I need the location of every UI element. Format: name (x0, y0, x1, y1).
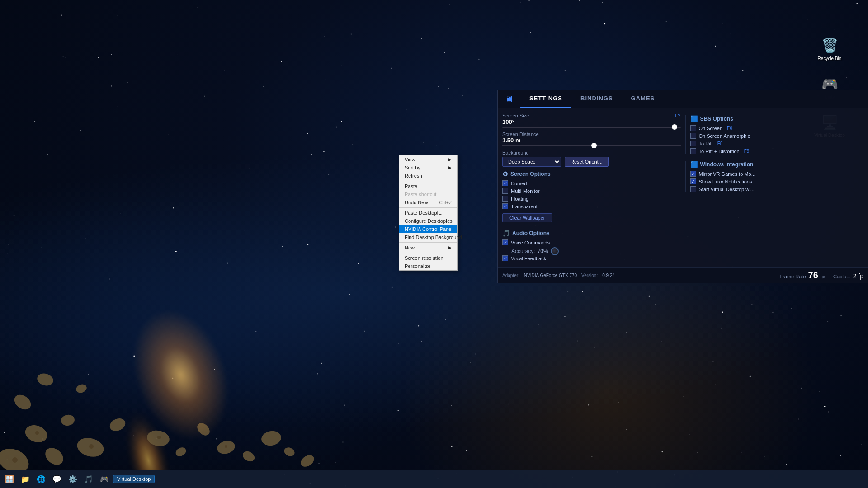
ctx-find-background-label: Find Desktop Background (405, 235, 462, 240)
taskbar: 🪟 📁 🌐 💬 ⚙️ 🎵 🎮 Virtual Desktop (0, 470, 868, 488)
voice-commands-label: Voice Commands (511, 240, 550, 245)
audio-options-header: 🎵 Audio Options (502, 230, 681, 237)
ctx-screen-resolution[interactable]: Screen resolution (399, 254, 457, 262)
taskbar-browser[interactable]: 🌐 (34, 472, 48, 486)
ctx-undo-shortcut: Ctrl+Z (439, 200, 452, 205)
accuracy-row: Accuracy: 70% (502, 247, 681, 255)
screen-size-slider-container (502, 127, 681, 128)
recycle-bin-icon: 🗑️ (821, 36, 839, 54)
panel-icon: 🖥 (498, 90, 520, 108)
screen-size-label: Screen Size (502, 113, 529, 118)
fps-value: 76 (808, 270, 818, 281)
option-multi-monitor: Multi-Monitor (502, 188, 681, 194)
ctx-sep-2 (399, 207, 457, 208)
ctx-undo-new[interactable]: Undo New Ctrl+Z (399, 198, 457, 206)
ctx-undo-new-label: Undo New (405, 200, 428, 205)
show-error-label: Show Error Notifications (699, 179, 752, 184)
fps-frame-label: Frame Rate (779, 274, 806, 279)
to-rift-distortion-checkbox[interactable] (690, 148, 696, 154)
ctx-paste[interactable]: Paste (399, 182, 457, 190)
screen-distance-row: Screen Distance 1.50 m (502, 131, 681, 146)
fps-label: fps (821, 274, 826, 279)
clear-wallpaper-button[interactable]: Clear Wallpaper (502, 213, 552, 222)
screen-distance-slider-thumb[interactable] (591, 143, 597, 148)
show-error-checkbox[interactable]: ✓ (690, 178, 696, 184)
audio-icon: 🎵 (502, 230, 510, 237)
option-vocal-feedback: ✓ Vocal Feedback (502, 255, 681, 261)
adapter-value: NVIDIA GeForce GTX 770 (524, 273, 577, 278)
unity-icon: 🎮 (821, 75, 839, 93)
taskbar-media[interactable]: 🎵 (81, 472, 96, 486)
voice-commands-checkbox[interactable]: ✓ (502, 239, 508, 245)
sbs-options-section: 🟦 SBS Options On Screen F6 On Screen Ana… (685, 115, 864, 154)
panel-main-content: Screen Size F2 100° Screen Distance 1.50… (498, 108, 868, 267)
desktop-icon-recycle-bin[interactable]: 🗑️ Recycle Bin (814, 36, 845, 61)
screen-size-value: 100° (502, 118, 681, 125)
tab-settings[interactable]: SETTINGS (520, 90, 571, 108)
on-screen-anamorphic-checkbox[interactable] (690, 133, 696, 139)
sbs-options-header: 🟦 SBS Options (690, 115, 864, 122)
version-label: Version: (581, 273, 598, 278)
ctx-nvidia-control-panel[interactable]: NVIDIA Control Panel (399, 225, 457, 233)
to-rift-shortcut: F8 (717, 141, 723, 146)
ctx-view[interactable]: View ▶ (399, 155, 457, 164)
on-screen-shortcut: F6 (727, 126, 732, 131)
ctx-paste-desktopie[interactable]: Paste DesktopIE (399, 209, 457, 217)
screen-options-icon: ⚙ (502, 170, 508, 178)
taskbar-chat[interactable]: 💬 (50, 472, 64, 486)
ctx-refresh[interactable]: Refresh (399, 172, 457, 180)
reset-orient-button[interactable]: Reset Orient... (565, 157, 609, 167)
fps-row: Frame Rate 76 fps Captu... 2 fp (779, 270, 863, 281)
adapter-label: Adapter: (502, 273, 519, 278)
ctx-nvidia-label: NVIDIA Control Panel (405, 226, 453, 232)
panel-tabs: 🖥 SETTINGS BINDINGS GAMES (498, 90, 868, 108)
accuracy-knob[interactable] (551, 247, 559, 255)
ctx-screen-resolution-label: Screen resolution (405, 255, 443, 261)
windows-integration-header: 🟦 Windows Integration (690, 161, 864, 168)
tab-bindings[interactable]: BINDINGS (571, 90, 622, 108)
sbs-icon: 🟦 (690, 115, 698, 122)
taskbar-start[interactable]: 🪟 (2, 472, 17, 486)
on-screen-checkbox[interactable] (690, 125, 696, 131)
ctx-paste-desktopie-label: Paste DesktopIE (405, 210, 442, 216)
on-screen-anamorphic-label: On Screen Anamorphic (699, 133, 750, 139)
ctx-personalize[interactable]: Personalize (399, 262, 457, 270)
screen-distance-slider-container (502, 145, 681, 146)
mirror-vr-checkbox[interactable]: ✓ (690, 171, 696, 177)
start-virtual-checkbox[interactable] (690, 186, 696, 192)
ctx-new[interactable]: New ▶ (399, 244, 457, 252)
option-to-rift: To Rift F8 (690, 141, 864, 146)
background-select[interactable]: Deep Space (502, 157, 561, 167)
windows-integration-label: Windows Integration (700, 161, 754, 168)
tab-games[interactable]: GAMES (622, 90, 664, 108)
option-start-virtual: Start Virtual Desktop wi... (690, 186, 864, 192)
option-curved: ✓ Curved (502, 180, 681, 186)
mirror-vr-label: Mirror VR Games to Mo... (699, 171, 755, 177)
ctx-sort-by-label: Sort by (405, 165, 420, 170)
transparent-checkbox[interactable]: ✓ (502, 203, 508, 209)
ctx-configure-desktopies[interactable]: Configure DesktopIes (399, 217, 457, 225)
ctx-new-label: New (405, 245, 415, 250)
accuracy-value: 70% (538, 248, 548, 254)
option-on-screen-anamorphic: On Screen Anamorphic (690, 133, 864, 139)
taskbar-file-explorer[interactable]: 📁 (18, 472, 33, 486)
panel-bottom-bar: Adapter: NVIDIA GeForce GTX 770 Version:… (498, 267, 868, 283)
taskbar-settings-icon[interactable]: ⚙️ (66, 472, 80, 486)
curved-checkbox[interactable]: ✓ (502, 180, 508, 186)
screen-size-slider-thumb[interactable] (672, 124, 677, 130)
ctx-sort-by[interactable]: Sort by ▶ (399, 164, 457, 172)
capture-value: 2 fp (853, 272, 863, 280)
taskbar-active-virtual-desktop[interactable]: Virtual Desktop (113, 475, 155, 483)
vocal-feedback-checkbox[interactable]: ✓ (502, 255, 508, 261)
to-rift-distortion-label: To Rift + Distortion (699, 149, 740, 154)
ctx-refresh-label: Refresh (405, 173, 422, 178)
floating-checkbox[interactable] (502, 196, 508, 202)
start-virtual-label: Start Virtual Desktop wi... (699, 187, 755, 192)
to-rift-checkbox[interactable] (690, 141, 696, 146)
taskbar-game[interactable]: 🎮 (97, 472, 112, 486)
ctx-sep-4 (399, 253, 457, 253)
vr-panel: 🖥 SETTINGS BINDINGS GAMES Screen Size F2… (497, 90, 868, 283)
multi-monitor-checkbox[interactable] (502, 188, 508, 194)
audio-options-label: Audio Options (512, 230, 550, 236)
ctx-find-background[interactable]: Find Desktop Background (399, 233, 457, 241)
